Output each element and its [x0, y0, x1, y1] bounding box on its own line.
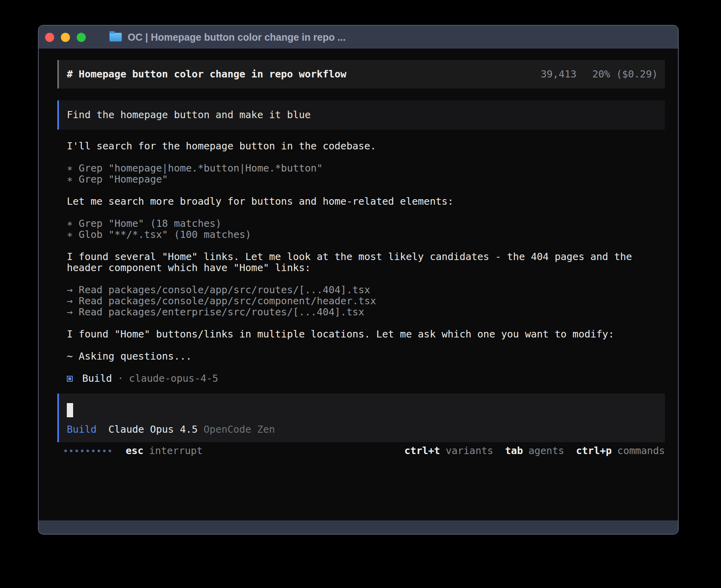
agent-name: Build — [82, 373, 112, 384]
assistant-transcript: I'll search for the homepage button in t… — [67, 141, 665, 384]
provider-label: OpenCode Zen — [204, 424, 275, 435]
context-usage: 20% ($0.29) — [592, 68, 658, 80]
grep-tool-call: ∗ Grep "Homepage" — [67, 174, 665, 185]
interrupt-label: interrupt — [149, 445, 202, 456]
window-title: OC | Homepage button color change in rep… — [128, 32, 345, 43]
input-meta: Build Claude Opus 4.5 OpenCode Zen — [67, 424, 657, 435]
agent-badge: Build · claude-opus-4-5 — [67, 373, 665, 384]
variants-label: variants — [445, 445, 493, 456]
asking-questions-status: ~ Asking questions... — [67, 351, 665, 362]
agents-label: agents — [528, 445, 564, 456]
folder-icon — [109, 33, 122, 41]
read-tool-call: → Read packages/enterprise/src/routes/[.… — [67, 307, 665, 318]
grep-tool-call: ∗ Grep "Home" (18 matches) — [67, 218, 665, 229]
agent-model: claude-opus-4-5 — [129, 373, 218, 384]
active-model-label[interactable]: Claude Opus 4.5 — [108, 424, 198, 435]
working-spinner — [64, 450, 111, 452]
minimize-window-button[interactable] — [61, 33, 70, 42]
session-title: # Homepage button color change in repo w… — [67, 69, 346, 80]
variants-key: ctrl+t — [404, 445, 440, 456]
session-stats: 39,413 20% ($0.29) — [541, 69, 658, 80]
status-bar: escinterrupt ctrl+tvariants tabagents ct… — [57, 445, 665, 456]
agents-hint: tabagents — [505, 445, 564, 456]
assistant-text: Let me search more broadly for buttons a… — [67, 196, 665, 207]
assistant-text: I found several "Home" links. Let me loo… — [67, 251, 665, 273]
tool-call-group: ∗ Grep "homepage|home.*button|Home.*butt… — [67, 163, 665, 185]
assistant-text: I'll search for the homepage button in t… — [67, 141, 665, 152]
terminal-content: # Homepage button color change in repo w… — [39, 49, 678, 520]
tool-call-group: → Read packages/console/app/src/routes/[… — [67, 285, 665, 318]
variants-hint: ctrl+tvariants — [404, 445, 493, 456]
close-window-button[interactable] — [45, 33, 54, 42]
prompt-input[interactable]: Build Claude Opus 4.5 OpenCode Zen — [57, 394, 665, 442]
text-cursor — [67, 403, 73, 417]
session-header: # Homepage button color change in repo w… — [57, 60, 665, 89]
agent-square-icon — [67, 376, 73, 382]
window-titlebar[interactable]: OC | Homepage button color change in rep… — [39, 26, 678, 49]
commands-label: commands — [617, 445, 665, 456]
token-count: 39,413 — [541, 68, 576, 80]
window-footer — [39, 520, 678, 534]
interrupt-hint: escinterrupt — [126, 445, 203, 456]
glob-tool-call: ∗ Glob "**/*.tsx" (100 matches) — [67, 229, 665, 240]
tool-call-group: ∗ Grep "Home" (18 matches) ∗ Glob "**/*.… — [67, 218, 665, 240]
terminal-window: OC | Homepage button color change in rep… — [38, 25, 679, 535]
commands-hint: ctrl+pcommands — [576, 445, 665, 456]
status-right: ctrl+tvariants tabagents ctrl+pcommands — [404, 445, 665, 456]
commands-key: ctrl+p — [576, 445, 612, 456]
read-tool-call: → Read packages/console/app/src/componen… — [67, 296, 665, 307]
assistant-text: I found "Home" buttons/links in multiple… — [67, 329, 665, 340]
zoom-window-button[interactable] — [77, 33, 86, 42]
user-message-text: Find the homepage button and make it blu… — [67, 109, 311, 121]
grep-tool-call: ∗ Grep "homepage|home.*button|Home.*butt… — [67, 163, 665, 174]
status-left: escinterrupt — [64, 445, 203, 456]
badge-separator: · — [117, 373, 123, 384]
read-tool-call: → Read packages/console/app/src/routes/[… — [67, 285, 665, 296]
traffic-lights — [45, 33, 86, 42]
interrupt-key: esc — [126, 445, 143, 456]
active-agent-label[interactable]: Build — [67, 424, 96, 435]
user-message: Find the homepage button and make it blu… — [57, 100, 665, 130]
agents-key: tab — [505, 445, 523, 456]
